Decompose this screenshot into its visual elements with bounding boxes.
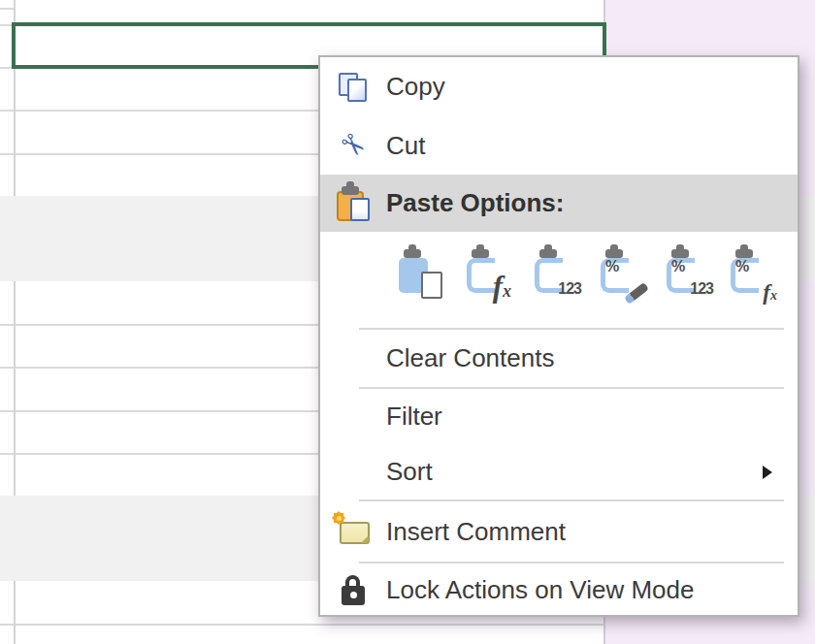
menu-item-label: Paste Options: bbox=[386, 188, 564, 218]
menu-item-filter[interactable]: Filter bbox=[320, 388, 798, 444]
menu-item-label: Lock Actions on View Mode bbox=[386, 575, 694, 605]
menu-item-cut[interactable]: ✂ Cut bbox=[320, 116, 798, 175]
menu-item-sort[interactable]: Sort bbox=[320, 444, 798, 499]
gridline-h bbox=[0, 624, 603, 626]
paste-formatting-icon[interactable]: % bbox=[598, 249, 642, 296]
menu-item-insert-comment[interactable]: Insert Comment bbox=[320, 501, 798, 562]
gridline-v bbox=[14, 581, 16, 644]
submenu-arrow-icon bbox=[763, 466, 772, 479]
menu-item-label: Filter bbox=[386, 402, 442, 432]
menu-item-label: Insert Comment bbox=[386, 517, 566, 547]
paste-formulas-number-formatting-icon[interactable]: % fx bbox=[728, 249, 772, 296]
copy-icon bbox=[320, 57, 386, 116]
menu-item-label: Copy bbox=[386, 72, 445, 102]
gridline-h bbox=[0, 8, 14, 10]
menu-item-paste-options[interactable]: Paste Options: bbox=[320, 175, 798, 232]
menu-item-label: Sort bbox=[386, 457, 433, 487]
paste-values-icon[interactable]: 123 bbox=[532, 249, 576, 296]
menu-item-clear-contents[interactable]: Clear Contents bbox=[320, 330, 798, 387]
paste-options-grid: fx 123 % % 123 % fx bbox=[320, 232, 798, 328]
paste-icon[interactable] bbox=[396, 249, 440, 296]
menu-item-label: Cut bbox=[386, 131, 425, 161]
paste-values-number-formatting-icon[interactable]: % 123 bbox=[664, 249, 708, 296]
menu-item-copy[interactable]: Copy bbox=[320, 57, 798, 116]
clipboard-icon bbox=[320, 175, 386, 232]
scissors-icon: ✂ bbox=[320, 116, 386, 175]
lock-icon bbox=[320, 563, 386, 618]
paste-formulas-icon[interactable]: fx bbox=[464, 249, 508, 296]
gridline-v bbox=[14, 281, 16, 496]
menu-item-label: Clear Contents bbox=[386, 343, 554, 373]
comment-icon bbox=[320, 501, 386, 562]
context-menu: Copy ✂ Cut Paste Options: fx 123 % bbox=[318, 55, 799, 617]
menu-item-lock-actions[interactable]: Lock Actions on View Mode bbox=[320, 563, 798, 618]
